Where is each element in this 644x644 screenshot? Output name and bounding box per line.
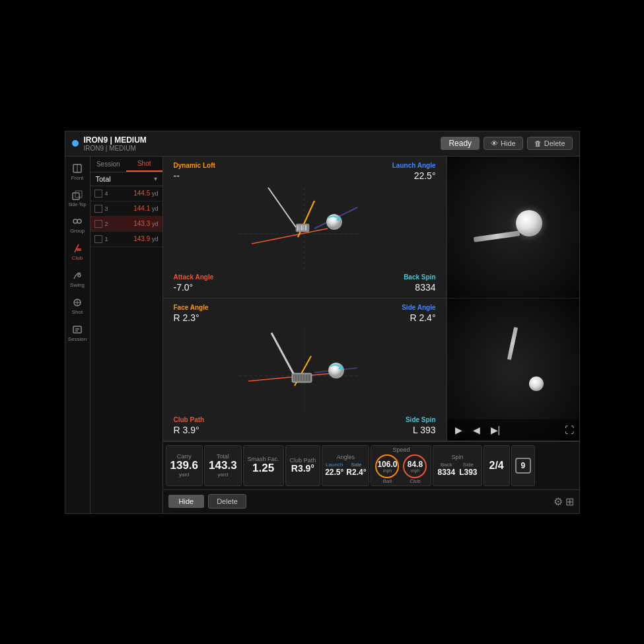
side-sub-label: Side xyxy=(351,462,361,468)
shot-distance-1: 143.9 yd xyxy=(114,235,159,242)
camera-club-bottom xyxy=(507,327,517,360)
right-viz: ▶ ◀ ▶| ⛶ xyxy=(447,157,579,441)
count-value: 2/4 xyxy=(489,460,504,472)
club-speed-unit: mph xyxy=(411,468,420,473)
camera-panel-bottom: ▶ ◀ ▶| ⛶ xyxy=(447,299,579,441)
action-delete-button[interactable]: Delete xyxy=(208,494,246,509)
shot-number-1: 1 xyxy=(105,236,114,242)
sidebar-item-front[interactable]: Front xyxy=(70,159,85,185)
content-area: Dynamic Loft -- Launch Angle 22.5° xyxy=(163,157,579,513)
angles-row: Launch 22.5° Side R2.4° xyxy=(325,462,366,477)
camera-ball-top xyxy=(516,210,542,236)
prev-button[interactable]: ◀ xyxy=(470,423,483,437)
ball-speed-unit: mph xyxy=(383,468,392,473)
shot-number-4: 4 xyxy=(105,190,114,197)
left-sidebar: Front Side·Top Group Club Swing Shot xyxy=(65,157,90,513)
action-bar: Hide Delete ⚙ ⊞ xyxy=(163,489,579,513)
filter-label: Total xyxy=(96,175,111,183)
shot-checkbox-4[interactable] xyxy=(94,190,102,197)
angles-label: Angles xyxy=(325,454,366,460)
club-indicator xyxy=(72,140,79,147)
shot-row-4[interactable]: 4 144.5 yd xyxy=(90,186,162,201)
badge-icon: 9 xyxy=(515,458,531,474)
expand-button[interactable]: ⛶ xyxy=(565,425,574,435)
camera-controls-left: ▶ ◀ ▶| xyxy=(452,423,503,437)
camera-ball-bottom xyxy=(529,376,544,391)
club-speed-circle: 84.8 mph Club xyxy=(403,454,427,484)
club-path-bar-value: R3.9° xyxy=(291,464,314,474)
carry-value: 139.6 xyxy=(170,460,199,472)
side-spin-bar-label: Side xyxy=(463,462,474,468)
viz-panels: Dynamic Loft -- Launch Angle 22.5° xyxy=(163,157,579,441)
settings-button[interactable]: ⚙ xyxy=(554,495,563,508)
sidebar-item-swing[interactable]: Swing xyxy=(69,266,86,292)
svg-rect-23 xyxy=(301,225,303,231)
shot-checkbox-2[interactable] xyxy=(94,220,102,228)
shot-row-1[interactable]: 1 143.9 yd xyxy=(90,232,162,247)
back-spin-sub: Back 8334 xyxy=(437,462,455,477)
svg-line-26 xyxy=(268,188,296,227)
hide-button[interactable]: 👁 Hide xyxy=(483,137,523,150)
total-value: 143.3 xyxy=(209,460,237,472)
side-sub-value: R2.4° xyxy=(346,468,366,477)
filter-dropdown[interactable]: Total ▾ xyxy=(90,172,162,186)
sidebar-item-session[interactable]: Session xyxy=(67,320,88,346)
svg-line-17 xyxy=(252,229,328,244)
play-button[interactable]: ▶ xyxy=(452,423,465,437)
svg-point-4 xyxy=(73,219,77,223)
club-path-cell: Club Path R3.9° xyxy=(285,445,321,486)
smash-cell: Smash Fac. 1.25 xyxy=(243,445,284,486)
sidebar-item-group[interactable]: Group xyxy=(69,212,86,238)
spin-cell: Spin Back 8334 Side L393 xyxy=(433,445,482,486)
ball-speed-circle: 106.0 mph Ball xyxy=(375,454,399,484)
ball-speed-ring: 106.0 mph xyxy=(375,454,399,478)
ball-speed-value: 106.0 xyxy=(377,460,397,468)
speed-cell: Speed 106.0 mph Ball 84.8 m xyxy=(371,445,431,486)
data-bar: Carry 139.6 yard Total 143.3 yard Smash … xyxy=(163,441,579,489)
svg-point-5 xyxy=(77,219,81,223)
total-cell: Total 143.3 yard xyxy=(204,445,242,486)
left-viz: Dynamic Loft -- Launch Angle 22.5° xyxy=(163,157,447,441)
tab-session[interactable]: Session xyxy=(90,157,127,172)
speed-row: 106.0 mph Ball 84.8 mph Club xyxy=(375,454,427,484)
tab-shot[interactable]: Shot xyxy=(126,157,162,172)
action-hide-button[interactable]: Hide xyxy=(168,495,205,508)
delete-button[interactable]: 🗑 Delete xyxy=(527,137,573,150)
club-title-sub: IRON9 | MEDIUM xyxy=(84,145,147,152)
launch-sub-value: 22.5° xyxy=(325,468,343,477)
shot-checkbox-1[interactable] xyxy=(94,235,102,243)
club-speed-label: Club xyxy=(410,478,420,484)
total-unit: yard xyxy=(218,472,229,478)
camera-controls: ▶ ◀ ▶| ⛶ xyxy=(447,419,579,441)
launch-angle-sub: Launch 22.5° xyxy=(325,462,343,477)
sidebar-item-shot[interactable]: Shot xyxy=(71,293,84,319)
svg-rect-12 xyxy=(73,326,81,333)
back-spin-bar-value: 8334 xyxy=(437,468,455,477)
svg-rect-7 xyxy=(77,248,81,251)
next-button[interactable]: ▶| xyxy=(488,423,503,437)
ready-button[interactable]: Ready xyxy=(441,137,480,150)
side-spin-bar-value: L393 xyxy=(459,468,477,477)
main-body: Front Side·Top Group Club Swing Shot xyxy=(65,157,579,513)
carry-unit: yard xyxy=(179,472,190,478)
sidebar-item-club[interactable]: Club xyxy=(71,239,84,265)
trash-icon: 🗑 xyxy=(534,139,542,147)
export-button[interactable]: ⊞ xyxy=(565,495,574,508)
shot-number-2: 2 xyxy=(105,221,114,227)
shot-row-2[interactable]: 2 143.3 yd xyxy=(90,217,162,232)
spin-row: Back 8334 Side L393 xyxy=(437,462,477,477)
shot-checkbox-3[interactable] xyxy=(94,205,102,213)
top-bar-left: IRON9 | MEDIUM IRON9 | MEDIUM xyxy=(72,135,147,152)
shot-distance-3: 144.1 yd xyxy=(114,205,159,212)
shot-row-3[interactable]: 3 144.1 yd xyxy=(90,201,162,217)
camera-panel-top xyxy=(447,157,579,299)
svg-rect-22 xyxy=(299,225,301,231)
app-container: IRON9 | MEDIUM IRON9 | MEDIUM Ready 👁 Hi… xyxy=(65,131,580,514)
shot-number-3: 3 xyxy=(105,205,114,212)
angles-cell: Angles Launch 22.5° Side R2.4° xyxy=(322,445,369,486)
launch-sub-label: Launch xyxy=(326,462,343,468)
action-left: Hide Delete xyxy=(163,490,548,513)
sidebar-item-side-top[interactable]: Side·Top xyxy=(67,186,87,211)
club-speed-value: 84.8 xyxy=(408,460,423,468)
speed-label: Speed xyxy=(375,447,427,453)
